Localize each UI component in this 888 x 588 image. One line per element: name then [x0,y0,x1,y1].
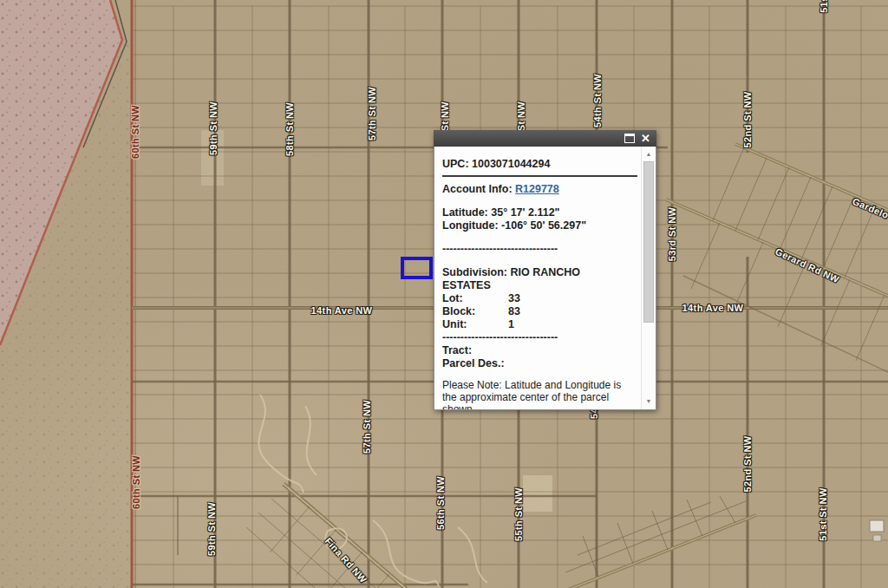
subdivision-label: Subdivision: [442,266,507,278]
selected-parcel-outline [401,257,433,279]
close-icon[interactable]: ✕ [641,133,650,144]
tract-label: Tract: [442,344,472,356]
parcel-des-row: Parcel Des.: [442,357,638,370]
latitude-value: 35° 17' 2.112" [491,206,559,219]
upc-value: 1003071044294 [472,158,550,170]
lot-row: Lot: 33 [442,292,638,305]
popup-content: UPC: 1003071044294 Account Info: R129778… [442,158,638,410]
popup-scrollbar[interactable]: ▲ ▼ [641,147,656,409]
parcel-info-popup: ✕ UPC: 1003071044294 Account Info: R1297… [434,130,656,410]
longitude-label: Longitude: [442,219,499,232]
upc-row: UPC: 1003071044294 [442,158,638,171]
popup-note: Please Note: Latitude and Longitude is t… [442,379,638,410]
maximize-icon[interactable] [624,134,635,143]
longitude-value: -106° 50' 56.297" [501,219,586,232]
popup-body: UPC: 1003071044294 Account Info: R129778… [434,147,656,410]
block-row: Block: 83 [442,305,638,318]
unit-row: Unit: 1 [442,318,638,331]
map-canvas[interactable]: 60th St NW60th St NW59th St NW59th St NW… [0,0,888,588]
tract-row: Tract: [442,344,638,357]
parcel-des-label: Parcel Des.: [442,357,505,369]
longitude-row: Longitude: -106° 50' 56.297" [442,219,638,232]
account-link[interactable]: R129778 [515,183,559,195]
latitude-label: Latitude: [442,206,488,219]
popup-callout-pointer [434,277,434,296]
account-label: Account Info: [442,183,513,195]
subdivision-row: Subdivision: RIO RANCHO ESTATES [442,266,628,292]
scroll-down-arrow[interactable]: ▼ [642,396,656,407]
scroll-up-arrow[interactable]: ▲ [642,149,656,160]
dashed-separator: -------------------------------- [442,243,638,256]
account-row: Account Info: R129778 [442,183,638,196]
scroll-thumb[interactable] [643,161,654,323]
dashed-separator: -------------------------------- [442,331,638,344]
divider [442,175,637,177]
upc-label: UPC: [442,158,469,170]
latitude-row: Latitude: 35° 17' 2.112" [442,206,638,219]
popup-titlebar[interactable]: ✕ [434,130,656,147]
